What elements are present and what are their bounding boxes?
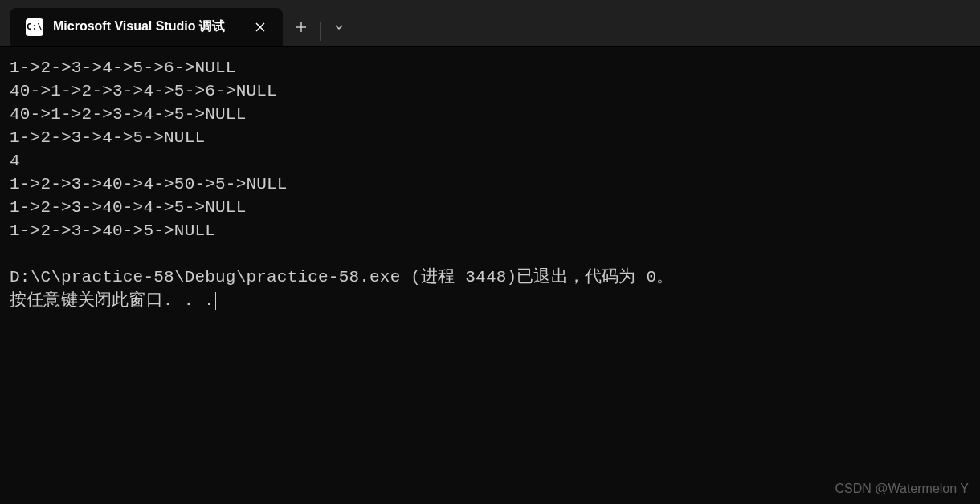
terminal-line: D:\C\practice-58\Debug\practice-58.exe (… — [10, 268, 674, 287]
terminal-line: 4 — [10, 152, 20, 170]
close-tab-button[interactable] — [251, 18, 270, 37]
terminal-line: 40->1->2->3->4->5->NULL — [10, 105, 246, 124]
watermark: CSDN @Watermelon Y — [835, 482, 969, 496]
tab-active[interactable]: C:\ Microsoft Visual Studio 调试 — [10, 8, 283, 46]
terminal-output[interactable]: 1->2->3->4->5->6->NULL 40->1->2->3->4->5… — [0, 47, 980, 322]
new-tab-button[interactable] — [283, 8, 320, 47]
terminal-line: 40->1->2->3->4->5->6->NULL — [10, 82, 277, 100]
terminal-line: 1->2->3->4->5->6->NULL — [10, 59, 236, 77]
tab-title: Microsoft Visual Studio 调试 — [53, 18, 241, 35]
terminal-line: 1->2->3->40->4->50->5->NULL — [10, 175, 288, 193]
terminal-line: 1->2->3->4->5->NULL — [10, 128, 205, 147]
tab-dropdown-button[interactable] — [321, 8, 357, 47]
titlebar-actions — [283, 8, 357, 46]
text-cursor — [215, 292, 216, 310]
titlebar: C:\ Microsoft Visual Studio 调试 — [0, 0, 980, 47]
terminal-line: 1->2->3->40->5->NULL — [10, 222, 215, 240]
console-icon: C:\ — [26, 18, 43, 36]
terminal-line: 1->2->3->40->4->5->NULL — [10, 198, 246, 217]
terminal-line: 按任意键关闭此窗口. . . — [10, 291, 214, 310]
